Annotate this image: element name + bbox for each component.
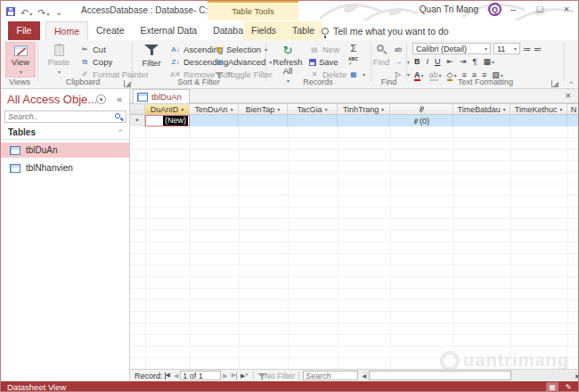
user-name[interactable]: Quan Tri Mang xyxy=(420,4,478,14)
undo-button[interactable]: ↶▾ xyxy=(20,4,32,20)
bold-button[interactable]: B xyxy=(414,57,420,66)
status-bar: Datasheet View ▦ ✎ xyxy=(1,381,578,392)
user-avatar[interactable]: Q xyxy=(488,3,502,16)
close-button[interactable]: × xyxy=(560,4,573,14)
group-label-find: Find xyxy=(371,78,406,86)
column-header-timekethuc[interactable]: TimeKethuc▾ xyxy=(510,103,567,115)
column-header-tacgia[interactable]: TacGia▾ xyxy=(288,103,338,115)
scroll-left-icon[interactable]: ◀ xyxy=(360,372,368,379)
redo-button[interactable]: ↷▾ xyxy=(37,4,49,20)
customize-qat-button[interactable]: ⌄ xyxy=(54,5,62,18)
close-table-icon[interactable]: × xyxy=(566,90,571,101)
paste-button[interactable]: Paste ▾ xyxy=(44,42,74,75)
cell-duanid-new[interactable]: (New) xyxy=(145,115,190,127)
cell-tenduan[interactable] xyxy=(190,115,239,127)
tell-me-box[interactable]: Tell me what you want to do xyxy=(322,21,449,40)
next-record-button[interactable]: ▶ xyxy=(223,372,227,380)
find-button[interactable]: Find xyxy=(368,42,395,67)
cell-bientap[interactable] xyxy=(239,115,288,127)
search-icon xyxy=(114,112,124,122)
sort-descending-icon: Z↓ xyxy=(170,57,181,67)
cell-partial[interactable] xyxy=(567,115,579,127)
cell-tinhtrang[interactable] xyxy=(338,115,390,127)
record-search-input[interactable] xyxy=(304,372,357,380)
totals-button[interactable]: Σ xyxy=(348,42,359,53)
save-record-icon[interactable] xyxy=(309,59,316,66)
nav-pane-collapse-icon[interactable]: « xyxy=(117,94,122,104)
column-header-attachment[interactable] xyxy=(390,103,453,115)
new-record-row[interactable]: * (New) (0) xyxy=(130,115,579,127)
column-header-tenduan[interactable]: TenDuAn▾ xyxy=(190,103,239,115)
cell-attachment[interactable]: (0) xyxy=(390,115,453,127)
nav-item-tblnhanvien[interactable]: tblNhanvien xyxy=(1,160,129,176)
previous-record-button[interactable]: ◀ xyxy=(174,372,178,380)
tab-fields[interactable]: Fields xyxy=(243,21,284,40)
replace-button[interactable]: ab xyxy=(393,44,404,55)
record-position-box[interactable]: 1 of 1 xyxy=(180,371,221,380)
nav-group-tables[interactable]: Tables ^ xyxy=(1,127,129,140)
nav-pane-menu-icon[interactable]: ▼ xyxy=(96,94,106,104)
filter-button[interactable]: Filter xyxy=(136,42,167,68)
advanced-filter-button[interactable]: ▤ Advanced ▾ xyxy=(215,56,272,68)
new-blank-record-button[interactable]: ▶* xyxy=(241,372,248,380)
record-navigation-bar: Record: ◀ ◀ 1 of 1 ▶ ▶ ▶* No Filter ◀ ▶ xyxy=(130,369,579,381)
nav-search-box[interactable] xyxy=(4,110,126,123)
tab-file[interactable]: File xyxy=(8,21,40,40)
scrollbar-thumb[interactable] xyxy=(369,371,511,380)
gridlines-button[interactable]: ▦▾ xyxy=(483,56,494,66)
tab-table[interactable]: Table xyxy=(284,21,322,40)
new-record-button[interactable]: ▤ New xyxy=(309,44,339,55)
column-header-bientap[interactable]: BienTap▾ xyxy=(239,103,288,115)
design-view-button[interactable]: ✎ xyxy=(562,382,575,392)
column-header-partial[interactable]: N xyxy=(567,103,579,115)
selection-button[interactable]: Selection ▾ xyxy=(215,44,267,55)
nav-search-input[interactable] xyxy=(5,112,114,121)
decrease-indent-button[interactable]: ⇤ xyxy=(447,57,454,66)
cell-tacgia[interactable] xyxy=(288,115,338,127)
copy-button[interactable]: ⧉ Copy xyxy=(79,56,112,68)
spelling-button[interactable]: ABC✓ xyxy=(348,55,358,67)
title-bar: ↶▾ ↷▾ ⌄ AccessDatabase : Database- C:\Us… xyxy=(1,1,578,20)
collapse-ribbon-button[interactable]: ^ xyxy=(569,79,573,87)
last-record-button[interactable]: ▶ xyxy=(232,372,237,379)
cut-button[interactable]: ✂ Cut xyxy=(79,44,106,55)
column-header-duanid[interactable]: DuAnID▾ xyxy=(145,103,190,115)
row-selector[interactable]: * xyxy=(130,115,145,127)
group-label-text-formatting: Text Formatting xyxy=(407,78,564,86)
save-record-button[interactable]: Save xyxy=(309,56,338,68)
view-button[interactable]: View ▾ xyxy=(5,42,36,78)
record-search-box[interactable] xyxy=(303,371,358,380)
column-header-timebatdau[interactable]: TimeBatdau▾ xyxy=(453,103,510,115)
document-tab-tblduan[interactable]: tblDuAn xyxy=(133,89,190,103)
increase-indent-button[interactable]: ⇥ xyxy=(460,57,467,66)
bullets-button[interactable]: ≔ xyxy=(523,45,531,53)
font-size-select[interactable]: 11 ▾ xyxy=(493,43,520,54)
cell-timebatdau[interactable] xyxy=(453,115,510,127)
clipboard-dialog-launcher[interactable]: ◢ xyxy=(124,80,131,87)
minimize-button[interactable]: – xyxy=(507,4,519,14)
numbering-button[interactable]: ≕ xyxy=(534,45,542,53)
nav-item-tblduan[interactable]: tblDuAn xyxy=(1,143,129,158)
select-all-corner[interactable] xyxy=(130,103,145,115)
underline-button[interactable]: U xyxy=(435,57,441,66)
tab-home[interactable]: Home xyxy=(45,21,88,40)
no-filter-label[interactable]: No Filter xyxy=(265,372,295,380)
first-record-button[interactable]: ◀ xyxy=(165,372,170,379)
horizontal-scrollbar[interactable]: ◀ ▶ xyxy=(362,371,579,380)
tab-external-data[interactable]: External Data xyxy=(133,21,206,40)
advanced-filter-icon: ▤ xyxy=(215,57,225,67)
column-header-tinhtrang[interactable]: TinhTrang▾ xyxy=(338,103,390,115)
maximize-button[interactable]: □ xyxy=(534,4,546,14)
font-name-select[interactable]: Calibri (Detail) ▾ xyxy=(412,43,491,54)
text-direction-button[interactable]: ¶ xyxy=(473,57,477,66)
datasheet-grid[interactable]: uantrimang xyxy=(130,127,579,381)
italic-button[interactable]: I xyxy=(427,57,429,66)
filter-icon xyxy=(144,45,159,57)
tab-create[interactable]: Create xyxy=(88,21,133,40)
goto-button[interactable]: → ▾ xyxy=(393,56,410,68)
datasheet-view-button[interactable]: ▦ xyxy=(546,382,559,392)
text-formatting-dialog-launcher[interactable]: ◢ xyxy=(551,80,559,87)
scroll-right-icon[interactable]: ▶ xyxy=(574,372,579,379)
save-icon[interactable] xyxy=(6,7,15,16)
cell-timekethuc[interactable] xyxy=(510,115,567,127)
